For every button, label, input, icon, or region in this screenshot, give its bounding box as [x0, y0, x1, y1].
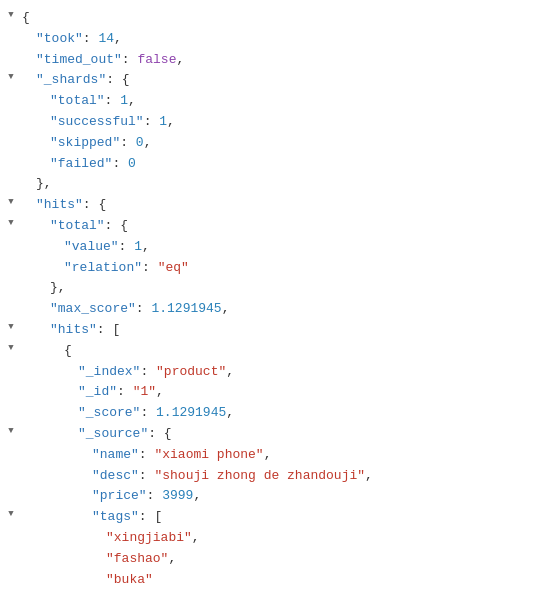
json-line: "tags": [ [0, 507, 549, 528]
json-punct: , [168, 551, 176, 566]
line-content: "skipped": 0, [22, 133, 549, 154]
json-key: "failed" [50, 156, 112, 171]
collapse-arrow[interactable] [5, 70, 17, 84]
json-punct: : [ [97, 322, 120, 337]
json-key: "hits" [36, 197, 83, 212]
json-line: "relation": "eq" [0, 258, 549, 279]
json-key: "total" [50, 218, 105, 233]
json-punct: : [ [139, 509, 162, 524]
json-line: "buka" [0, 570, 549, 591]
line-content: }, [22, 278, 549, 299]
collapse-arrow[interactable] [5, 424, 17, 438]
line-content: "total": 1, [22, 91, 549, 112]
json-line: "price": 3999, [0, 486, 549, 507]
json-punct: , [156, 384, 164, 399]
json-line: "max_score": 1.1291945, [0, 299, 549, 320]
json-punct: : { [148, 426, 171, 441]
line-gutter [0, 195, 22, 209]
json-punct: , [167, 114, 175, 129]
json-number: 1.1291945 [151, 301, 221, 316]
json-string: "buka" [106, 572, 153, 587]
line-content: "took": 14, [22, 29, 549, 50]
line-content: "relation": "eq" [22, 258, 549, 279]
json-line: "hits": [ [0, 320, 549, 341]
line-content: "failed": 0 [22, 154, 549, 175]
json-punct: { [22, 10, 30, 25]
json-key: "successful" [50, 114, 144, 129]
json-number: 1 [134, 239, 142, 254]
line-gutter [0, 424, 22, 438]
line-gutter [0, 216, 22, 230]
json-line: "_score": 1.1291945, [0, 403, 549, 424]
json-key: "_id" [78, 384, 117, 399]
json-line: }, [0, 278, 549, 299]
line-content: "total": { [22, 216, 549, 237]
line-content: ] [22, 590, 549, 594]
json-line: "timed_out": false, [0, 50, 549, 71]
json-key: "value" [64, 239, 119, 254]
json-punct: , [226, 364, 234, 379]
collapse-arrow[interactable] [5, 341, 17, 355]
json-punct: : [139, 447, 155, 462]
json-punct: , [114, 31, 122, 46]
json-punct: , [264, 447, 272, 462]
json-punct: : [142, 260, 158, 275]
json-key: "_source" [78, 426, 148, 441]
json-punct: : [119, 239, 135, 254]
json-line: "skipped": 0, [0, 133, 549, 154]
json-line: "value": 1, [0, 237, 549, 258]
json-line: "_source": { [0, 424, 549, 445]
json-string: "product" [156, 364, 226, 379]
json-line: "successful": 1, [0, 112, 549, 133]
line-gutter [0, 320, 22, 334]
line-content: "xingjiabi", [22, 528, 549, 549]
line-content: "timed_out": false, [22, 50, 549, 71]
json-line: "_shards": { [0, 70, 549, 91]
collapse-arrow[interactable] [5, 195, 17, 209]
json-key: "price" [92, 488, 147, 503]
json-punct: , [144, 135, 152, 150]
json-string: "eq" [158, 260, 189, 275]
json-line: "desc": "shouji zhong de zhandouji", [0, 466, 549, 487]
line-content: { [22, 341, 549, 362]
json-line: "_id": "1", [0, 382, 549, 403]
json-key: "max_score" [50, 301, 136, 316]
json-punct: : [147, 488, 163, 503]
collapse-arrow[interactable] [5, 507, 17, 521]
line-content: "buka" [22, 570, 549, 591]
line-gutter [0, 70, 22, 84]
json-string: "xiaomi phone" [154, 447, 263, 462]
json-punct: : [117, 384, 133, 399]
json-key: "desc" [92, 468, 139, 483]
json-punct: : { [105, 218, 128, 233]
line-content: "_score": 1.1291945, [22, 403, 549, 424]
json-key: "timed_out" [36, 52, 122, 67]
json-punct: : [120, 135, 136, 150]
line-content: "price": 3999, [22, 486, 549, 507]
json-punct: , [365, 468, 373, 483]
collapse-arrow[interactable] [5, 8, 17, 22]
collapse-arrow[interactable] [5, 320, 17, 334]
json-number: 1 [159, 114, 167, 129]
collapse-arrow[interactable] [5, 216, 17, 230]
json-line: "xingjiabi", [0, 528, 549, 549]
line-gutter [0, 507, 22, 521]
json-line: "hits": { [0, 195, 549, 216]
json-line: "total": 1, [0, 91, 549, 112]
json-number: 0 [136, 135, 144, 150]
json-key: "_shards" [36, 72, 106, 87]
json-line: "failed": 0 [0, 154, 549, 175]
json-number: 0 [128, 156, 136, 171]
json-punct: : [105, 93, 121, 108]
json-punct: : [139, 468, 155, 483]
line-content: "fashao", [22, 549, 549, 570]
line-content: "successful": 1, [22, 112, 549, 133]
json-punct: : { [83, 197, 106, 212]
json-punct: , [222, 301, 230, 316]
json-bool: false [137, 52, 176, 67]
line-content: "_source": { [22, 424, 549, 445]
json-key: "_index" [78, 364, 140, 379]
line-content: "value": 1, [22, 237, 549, 258]
json-string: "shouji zhong de zhandouji" [154, 468, 365, 483]
json-line: "fashao", [0, 549, 549, 570]
